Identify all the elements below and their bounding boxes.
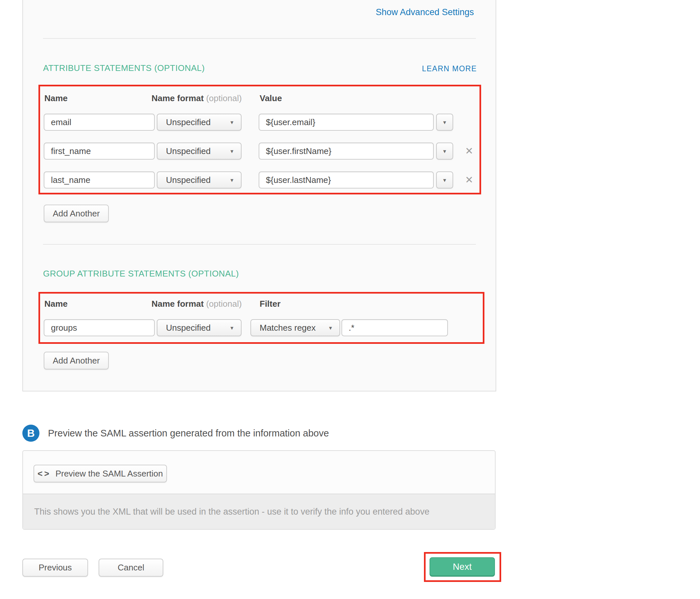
- section-divider: [43, 38, 476, 39]
- group-filter-value-input[interactable]: [342, 319, 448, 336]
- chevron-down-icon: ▼: [229, 325, 234, 331]
- attr-value-input[interactable]: [259, 114, 434, 131]
- chevron-down-icon: ▼: [328, 325, 333, 331]
- remove-row-icon[interactable]: ✕: [465, 175, 473, 185]
- previous-button[interactable]: Previous: [22, 558, 88, 577]
- preview-description: This shows you the XML that will be used…: [23, 507, 429, 517]
- attr-value-input[interactable]: [259, 172, 434, 188]
- attr-name-input[interactable]: [44, 172, 155, 188]
- attr-value-dropdown-button[interactable]: ▼: [436, 172, 453, 188]
- attr-name-input[interactable]: [44, 114, 155, 131]
- chevron-down-icon: ▼: [442, 120, 447, 125]
- show-advanced-settings-link[interactable]: Show Advanced Settings: [376, 7, 474, 18]
- column-header-name-format: Name format (optional): [151, 93, 242, 103]
- next-button[interactable]: Next: [429, 557, 495, 576]
- column-header-name: Name: [44, 299, 68, 309]
- code-brackets-icon: <>: [38, 469, 51, 479]
- chevron-down-icon: ▼: [442, 149, 447, 154]
- attribute-statements-heading: ATTRIBUTE STATEMENTS (OPTIONAL): [43, 63, 205, 73]
- chevron-down-icon: ▼: [229, 177, 234, 183]
- step-b-badge: B: [22, 425, 40, 442]
- column-header-value: Value: [259, 93, 282, 103]
- attr-name-format-dropdown[interactable]: Unspecified ▼: [157, 172, 242, 188]
- group-filter-type-dropdown[interactable]: Matches regex ▼: [250, 319, 340, 336]
- attr-value-input[interactable]: [259, 142, 434, 160]
- section-divider: [43, 244, 476, 245]
- saml-settings-panel: Show Advanced Settings ATTRIBUTE STATEME…: [22, 0, 496, 391]
- cancel-button[interactable]: Cancel: [99, 558, 163, 577]
- group-attribute-statements-heading: GROUP ATTRIBUTE STATEMENTS (OPTIONAL): [43, 269, 239, 279]
- chevron-down-icon: ▼: [229, 149, 234, 154]
- column-header-name-format: Name format (optional): [151, 299, 242, 309]
- column-header-name: Name: [44, 93, 68, 103]
- preview-saml-assertion-button[interactable]: <> Preview the SAML Assertion: [33, 465, 167, 483]
- add-another-attribute-button[interactable]: Add Another: [44, 205, 109, 222]
- group-name-input[interactable]: [44, 319, 155, 336]
- saml-preview-box: <> Preview the SAML Assertion This shows…: [22, 450, 496, 530]
- learn-more-link[interactable]: LEARN MORE: [422, 64, 477, 73]
- add-another-group-attribute-button[interactable]: Add Another: [44, 352, 109, 369]
- attr-name-format-dropdown[interactable]: Unspecified ▼: [157, 114, 242, 131]
- attr-name-input[interactable]: [44, 142, 155, 160]
- group-name-format-dropdown[interactable]: Unspecified ▼: [157, 319, 242, 336]
- preview-description-area: This shows you the XML that will be used…: [23, 494, 495, 529]
- column-header-filter: Filter: [259, 299, 281, 309]
- attr-name-format-dropdown[interactable]: Unspecified ▼: [157, 142, 242, 160]
- attr-value-dropdown-button[interactable]: ▼: [436, 114, 453, 131]
- chevron-down-icon: ▼: [442, 177, 447, 183]
- remove-row-icon[interactable]: ✕: [465, 146, 473, 156]
- step-b-title: Preview the SAML assertion generated fro…: [48, 428, 329, 439]
- attr-value-dropdown-button[interactable]: ▼: [436, 142, 453, 160]
- chevron-down-icon: ▼: [229, 120, 234, 125]
